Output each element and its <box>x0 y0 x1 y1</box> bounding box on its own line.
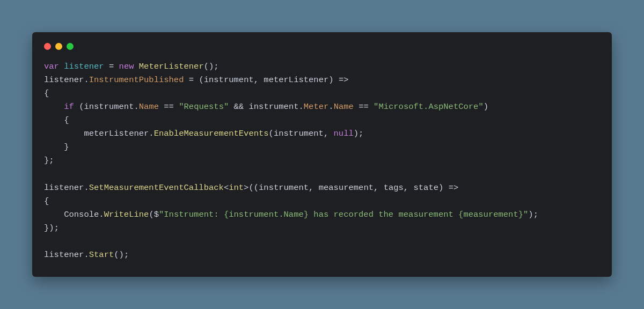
str-requests: "Requests" <box>179 102 229 112</box>
prop-meter: Meter <box>304 102 329 112</box>
fn-enablemeasurementevents: EnableMeasurementEvents <box>154 129 269 138</box>
fn-writeline: WriteLine <box>104 210 149 219</box>
prop-name: Name <box>139 102 159 112</box>
traffic-light-close-icon[interactable] <box>44 43 51 50</box>
window-titlebar <box>44 42 600 52</box>
fn-start: Start <box>89 250 114 260</box>
kw-if: if <box>64 102 74 112</box>
kw-var: var <box>44 62 59 71</box>
str-aspnet: "Microsoft.AspNetCore" <box>374 102 484 112</box>
code-block: var listener = new MeterListener(); list… <box>44 60 600 262</box>
traffic-light-minimize-icon[interactable] <box>55 43 62 50</box>
code-window: var listener = new MeterListener(); list… <box>32 32 612 277</box>
param-measurement: measurement <box>319 183 374 193</box>
type-meterlistener: MeterListener <box>139 62 204 71</box>
fn-setmeasurementeventcallback: SetMeasurementEventCallback <box>89 183 224 193</box>
id-console: Console <box>64 210 99 219</box>
param-meterlistener: meterListener <box>264 75 328 85</box>
id-listener: listener <box>64 62 104 71</box>
prop-instrumentpublished: InstrumentPublished <box>89 75 184 85</box>
id-listener: listener <box>44 75 84 85</box>
param-instrument: instrument <box>204 75 254 85</box>
param-tags: tags <box>384 183 404 193</box>
str-interpolated: "Instrument: {instrument.Name} has recor… <box>159 210 528 219</box>
param-state: state <box>413 183 438 193</box>
kw-new: new <box>119 62 134 71</box>
kw-null: null <box>334 129 354 138</box>
op-eq: = <box>109 62 114 71</box>
traffic-light-zoom-icon[interactable] <box>67 43 74 50</box>
type-int: int <box>229 183 244 193</box>
